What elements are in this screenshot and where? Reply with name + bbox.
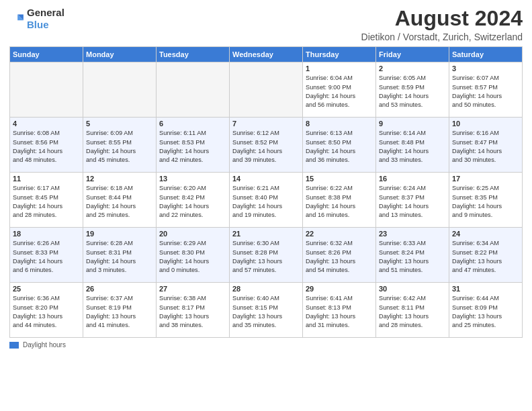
logo-text: General Blue [27,7,64,31]
calendar-table: Sunday Monday Tuesday Wednesday Thursday… [9,46,523,338]
day-info: Sunrise: 6:11 AM Sunset: 8:53 PM Dayligh… [159,129,226,165]
logo: General Blue [9,7,64,31]
day-info: Sunrise: 6:07 AM Sunset: 8:57 PM Dayligh… [452,74,519,109]
day-info: Sunrise: 6:16 AM Sunset: 8:47 PM Dayligh… [452,129,519,165]
calendar-cell: 24Sunrise: 6:34 AM Sunset: 8:22 PM Dayli… [449,228,523,283]
calendar-cell: 13Sunrise: 6:20 AM Sunset: 8:42 PM Dayli… [157,173,230,228]
col-tuesday: Tuesday [157,47,230,62]
day-number: 15 [306,175,373,183]
day-info: Sunrise: 6:17 AM Sunset: 8:45 PM Dayligh… [13,184,80,220]
day-info: Sunrise: 6:21 AM Sunset: 8:40 PM Dayligh… [232,184,300,220]
day-info: Sunrise: 6:37 AM Sunset: 8:19 PM Dayligh… [86,294,153,330]
calendar-cell: 5Sunrise: 6:09 AM Sunset: 8:55 PM Daylig… [83,118,157,173]
header: General Blue August 2024 Dietikon / Vors… [9,7,523,42]
day-info: Sunrise: 6:12 AM Sunset: 8:52 PM Dayligh… [232,129,300,165]
calendar-cell: 4Sunrise: 6:08 AM Sunset: 8:56 PM Daylig… [10,118,83,173]
day-number: 11 [13,175,80,183]
day-number: 1 [306,64,373,73]
calendar-week-1: 1Sunrise: 6:04 AM Sunset: 9:00 PM Daylig… [10,62,523,118]
day-number: 20 [159,230,226,238]
day-info: Sunrise: 6:34 AM Sunset: 8:22 PM Dayligh… [452,239,519,275]
day-info: Sunrise: 6:08 AM Sunset: 8:56 PM Dayligh… [13,129,80,165]
day-number: 4 [13,120,80,128]
day-info: Sunrise: 6:28 AM Sunset: 8:31 PM Dayligh… [86,239,153,275]
day-info: Sunrise: 6:32 AM Sunset: 8:26 PM Dayligh… [306,239,373,275]
calendar-cell [10,62,83,118]
calendar-week-4: 18Sunrise: 6:26 AM Sunset: 8:33 PM Dayli… [10,228,523,283]
legend-box [9,342,19,349]
calendar-cell: 21Sunrise: 6:30 AM Sunset: 8:28 PM Dayli… [230,228,303,283]
calendar-cell: 16Sunrise: 6:24 AM Sunset: 8:37 PM Dayli… [376,173,449,228]
month-title: August 2024 [361,7,523,30]
day-number: 3 [452,64,519,73]
day-number: 21 [232,230,300,238]
calendar-cell: 3Sunrise: 6:07 AM Sunset: 8:57 PM Daylig… [449,62,523,118]
day-number: 26 [86,285,153,293]
calendar-cell: 31Sunrise: 6:44 AM Sunset: 8:09 PM Dayli… [449,283,523,338]
day-info: Sunrise: 6:25 AM Sunset: 8:35 PM Dayligh… [452,184,519,220]
day-number: 18 [13,230,80,238]
title-section: August 2024 Dietikon / Vorstadt, Zurich,… [361,7,523,42]
day-info: Sunrise: 6:04 AM Sunset: 9:00 PM Dayligh… [306,74,373,109]
legend-label: Daylight hours [23,341,66,349]
day-number: 14 [232,175,300,183]
calendar-week-2: 4Sunrise: 6:08 AM Sunset: 8:56 PM Daylig… [10,118,523,173]
calendar-cell: 26Sunrise: 6:37 AM Sunset: 8:19 PM Dayli… [83,283,157,338]
logo-blue: Blue [27,19,49,30]
day-number: 6 [159,120,226,128]
day-info: Sunrise: 6:09 AM Sunset: 8:55 PM Dayligh… [86,129,153,165]
day-info: Sunrise: 6:24 AM Sunset: 8:37 PM Dayligh… [379,184,446,220]
day-info: Sunrise: 6:05 AM Sunset: 8:59 PM Dayligh… [379,74,446,109]
calendar-cell: 29Sunrise: 6:41 AM Sunset: 8:13 PM Dayli… [303,283,376,338]
day-info: Sunrise: 6:42 AM Sunset: 8:11 PM Dayligh… [379,294,446,330]
day-number: 16 [379,175,446,183]
calendar-cell: 14Sunrise: 6:21 AM Sunset: 8:40 PM Dayli… [230,173,303,228]
calendar-cell: 7Sunrise: 6:12 AM Sunset: 8:52 PM Daylig… [230,118,303,173]
day-number: 9 [379,120,446,128]
calendar-cell: 19Sunrise: 6:28 AM Sunset: 8:31 PM Dayli… [83,228,157,283]
day-info: Sunrise: 6:30 AM Sunset: 8:28 PM Dayligh… [232,239,300,275]
day-info: Sunrise: 6:36 AM Sunset: 8:20 PM Dayligh… [13,294,80,330]
col-sunday: Sunday [10,47,83,62]
logo-icon [9,11,24,26]
calendar-cell [157,62,230,118]
day-number: 31 [452,285,519,293]
legend: Daylight hours [9,341,523,349]
col-thursday: Thursday [303,47,376,62]
calendar-cell: 23Sunrise: 6:33 AM Sunset: 8:24 PM Dayli… [376,228,449,283]
calendar-cell: 22Sunrise: 6:32 AM Sunset: 8:26 PM Dayli… [303,228,376,283]
calendar-cell: 6Sunrise: 6:11 AM Sunset: 8:53 PM Daylig… [157,118,230,173]
calendar-cell: 18Sunrise: 6:26 AM Sunset: 8:33 PM Dayli… [10,228,83,283]
day-info: Sunrise: 6:20 AM Sunset: 8:42 PM Dayligh… [159,184,226,220]
calendar-cell [83,62,157,118]
calendar-cell: 10Sunrise: 6:16 AM Sunset: 8:47 PM Dayli… [449,118,523,173]
day-number: 28 [232,285,300,293]
day-number: 19 [86,230,153,238]
calendar-cell [230,62,303,118]
calendar-week-5: 25Sunrise: 6:36 AM Sunset: 8:20 PM Dayli… [10,283,523,338]
calendar-cell: 11Sunrise: 6:17 AM Sunset: 8:45 PM Dayli… [10,173,83,228]
logo-general: General [27,7,64,18]
day-number: 22 [306,230,373,238]
day-number: 25 [13,285,80,293]
location-subtitle: Dietikon / Vorstadt, Zurich, Switzerland [361,32,523,42]
day-number: 27 [159,285,226,293]
calendar-cell: 27Sunrise: 6:38 AM Sunset: 8:17 PM Dayli… [157,283,230,338]
day-info: Sunrise: 6:22 AM Sunset: 8:38 PM Dayligh… [306,184,373,220]
calendar-cell: 28Sunrise: 6:40 AM Sunset: 8:15 PM Dayli… [230,283,303,338]
day-number: 23 [379,230,446,238]
day-number: 5 [86,120,153,128]
day-number: 24 [452,230,519,238]
day-info: Sunrise: 6:29 AM Sunset: 8:30 PM Dayligh… [159,239,226,275]
header-row: Sunday Monday Tuesday Wednesday Thursday… [10,47,523,62]
day-info: Sunrise: 6:40 AM Sunset: 8:15 PM Dayligh… [232,294,300,330]
day-info: Sunrise: 6:13 AM Sunset: 8:50 PM Dayligh… [306,129,373,165]
day-number: 12 [86,175,153,183]
calendar-cell: 20Sunrise: 6:29 AM Sunset: 8:30 PM Dayli… [157,228,230,283]
calendar-cell: 2Sunrise: 6:05 AM Sunset: 8:59 PM Daylig… [376,62,449,118]
calendar-cell: 8Sunrise: 6:13 AM Sunset: 8:50 PM Daylig… [303,118,376,173]
day-number: 17 [452,175,519,183]
calendar-cell: 25Sunrise: 6:36 AM Sunset: 8:20 PM Dayli… [10,283,83,338]
day-number: 2 [379,64,446,73]
day-number: 8 [306,120,373,128]
